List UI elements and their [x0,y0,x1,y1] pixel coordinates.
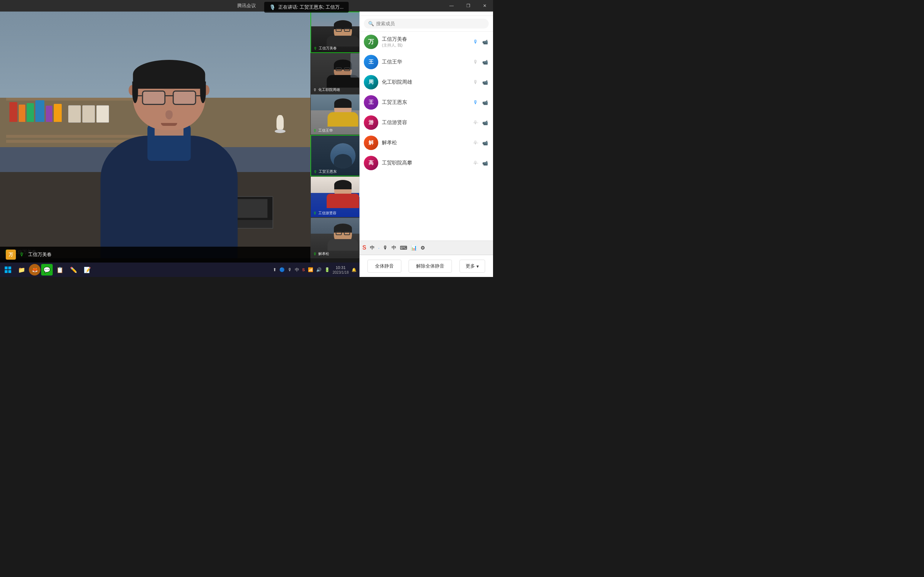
taskbar-app2[interactable]: 📝 [81,263,94,276]
title-bar: 腾讯会议 — ❐ ✕ [0,0,493,11]
tray-notification[interactable]: 🔔 [352,268,357,272]
member-item-7[interactable]: 高 工贸职院高攀 🎙 📹 [360,153,493,173]
mic-control-4[interactable]: 🎙 [472,99,479,106]
member-controls-3: 🎙 📹 [472,79,489,86]
taskbar-browser[interactable]: 🦊 [29,264,40,276]
thumb-name-3: 工信王华 [318,128,333,133]
member-name-5: 工信游贤容 [382,119,468,126]
panel-footer: 全体静音 解除全体静音 更多 ▾ [360,255,493,277]
ime-extra2: ⚙ [420,245,425,251]
mic-control-3[interactable]: 🎙 [472,79,479,86]
ime-keyboard: ⌨ [400,245,407,251]
member-item-6[interactable]: 解 解孝松 🎙 📹 [360,133,493,153]
mic-control-2[interactable]: 🎙 [472,58,479,66]
tray-lang: 中 [295,267,299,273]
avatar-text-4: 王 [368,99,373,106]
right-lens [173,90,196,105]
member-item-1[interactable]: 万 工信万美春 (主持人, 我) 🎙 📹 [360,32,493,52]
book-3 [27,103,34,122]
t1-body [327,36,359,47]
member-panel: 管理成员(7) ··· ✕ 🔍 万 工信万美春 (主持人, 我) 🎙 📹 [360,0,493,277]
t2-right-lens [344,68,350,71]
member-name-4: 工贸王恩东 [382,99,468,106]
taskbar-app1[interactable]: ✏️ [67,263,80,276]
svg-rect-2 [5,270,8,273]
cam-control-3[interactable]: 📹 [481,79,489,86]
cam-control-1[interactable]: 📹 [481,38,489,45]
cam-control-6[interactable]: 📹 [481,139,489,147]
cam-control-4[interactable]: 📹 [481,99,489,106]
member-controls-5: 🎙 📹 [472,119,489,126]
mic-control-7[interactable]: 🎙 [472,160,479,167]
date-display: 2023/1/18 [333,271,349,274]
thumb-mic-icon-5: 🎙 [313,211,317,215]
mic-control-1[interactable]: 🎙 [472,38,479,45]
ime-cn: 中 [370,245,375,251]
mic-control-6[interactable]: 🎙 [472,139,479,147]
member-item-2[interactable]: 王 工信王华 🎙 📹 [360,52,493,72]
member-name-1: 工信万美春 [382,36,468,43]
vase [275,115,286,135]
book-4 [36,100,44,122]
ime-logo: S [362,245,366,251]
main-video-area: 🎙 工信万美春 [0,11,310,258]
ime-extra1: 📊 [411,245,417,251]
member-info-2: 工信王华 [382,59,468,65]
t5-body [327,193,359,208]
taskbar-file-explorer[interactable]: 📁 [15,263,28,276]
book-5 [46,106,52,122]
tray-icon-3: 🎙 [288,267,292,272]
close-button[interactable]: ✕ [477,0,493,11]
taskbar-meeting[interactable]: 📋 [53,263,66,276]
more-button[interactable]: 更多 ▾ [459,259,485,272]
t5-hair [334,180,352,189]
cam-control-5[interactable]: 📹 [481,119,489,126]
avatar-7: 高 [364,156,378,170]
member-info-3: 化工职院周雄 [382,79,468,85]
member-controls-4: 🎙 📹 [472,99,489,106]
member-name-3: 化工职院周雄 [382,79,468,85]
member-item-3[interactable]: 周 化工职院周雄 🎙 📹 [360,72,493,92]
search-input[interactable] [376,21,485,26]
ime-mic-icon: 🎙 [383,245,388,251]
member-item-5[interactable]: 游 工信游贤容 🎙 📹 [360,113,493,133]
avatar-text-1: 万 [368,38,374,46]
avatar-1: 万 [364,35,378,49]
search-icon: 🔍 [368,21,374,26]
left-lens [142,90,165,105]
member-name-6: 解孝松 [382,140,468,146]
taskbar-system-tray: ⬆ 🔵 🎙 中 S 📶 🔊 🔋 10:31 2023/1/18 🔔 [270,263,360,277]
mic-control-5[interactable]: 🎙 [472,119,479,126]
member-controls-2: 🎙 📹 [472,58,489,66]
speaker-text: 正在讲话: 工贸王恩东; 工信万... [278,4,344,10]
search-input-wrap[interactable]: 🔍 [364,19,489,29]
restore-button[interactable]: ❐ [460,0,477,11]
book-6 [54,104,62,122]
member-controls-7: 🎙 📹 [472,160,489,167]
svg-rect-3 [8,270,11,273]
vase-base [275,129,286,133]
mute-all-button[interactable]: 全体静音 [367,259,401,272]
member-item-4[interactable]: 王 工贸王恩东 🎙 📹 [360,92,493,113]
cam-control-2[interactable]: 📹 [481,58,489,66]
member-info-7: 工贸职院高攀 [382,160,468,166]
unmute-all-button[interactable]: 解除全体静音 [409,259,452,272]
windows-icon [5,266,11,273]
video-bottom-bar: 万 🎙 工信万美春 [0,247,310,263]
app-title: 腾讯会议 [237,3,256,9]
member-info-4: 工贸王恩东 [382,99,468,106]
books-row [10,100,62,122]
member-info-6: 解孝松 [382,140,468,146]
thumb-name-5: 工信游贤容 [318,211,336,216]
member-controls-6: 🎙 📹 [472,139,489,147]
thumb-mic-icon-4: 🎙 [313,169,317,174]
minimize-button[interactable]: — [443,0,460,11]
thumb-name-6: 解孝松 [318,251,329,256]
avatar-4: 王 [364,95,378,110]
t4-scene [330,143,355,168]
glasses-bridge [165,95,173,96]
taskbar-windows-button[interactable] [2,263,15,276]
more-arrow-icon: ▾ [477,264,479,269]
cam-control-7[interactable]: 📹 [481,160,489,167]
taskbar-wechat[interactable]: 💬 [41,264,53,276]
